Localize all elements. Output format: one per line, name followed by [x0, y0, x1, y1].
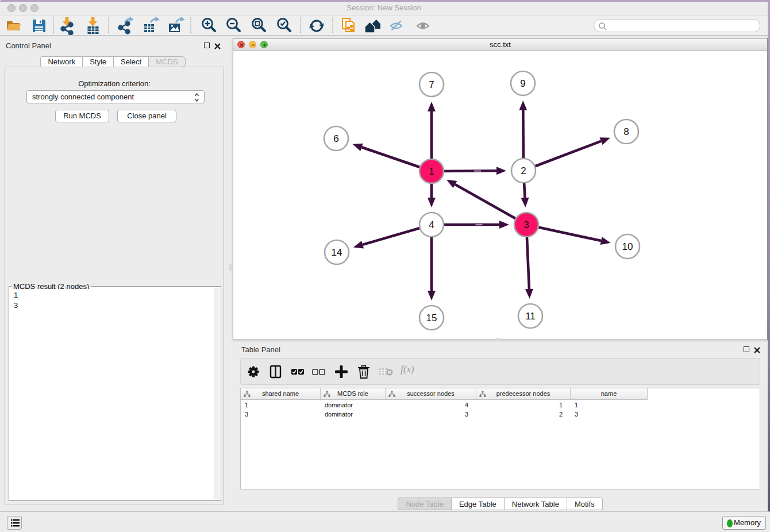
node-label-4: 4 — [429, 219, 434, 230]
network-window: scc.txt 7968124314101511 — [233, 38, 768, 340]
tab-node-table[interactable]: Node Table — [398, 498, 452, 510]
function-builder-icon[interactable]: f(x) — [401, 364, 414, 375]
hide-eye-icon[interactable] — [388, 17, 407, 35]
close-panel-icon[interactable] — [754, 346, 760, 353]
select-arrows-icon — [194, 92, 199, 102]
table-settings-icon[interactable] — [247, 365, 260, 380]
tab-mcds[interactable]: MCDS — [149, 56, 185, 67]
open-session-icon[interactable] — [5, 17, 23, 35]
tab-edge-table[interactable]: Edge Table — [452, 498, 505, 510]
save-session-icon[interactable] — [30, 17, 48, 35]
show-columns-icon[interactable] — [270, 365, 282, 380]
net-close-button[interactable] — [237, 41, 245, 48]
edge-arrow — [600, 137, 610, 145]
tab-style[interactable]: Style — [83, 56, 114, 67]
network-window-title: scc.txt — [233, 38, 767, 51]
task-history-button[interactable] — [7, 516, 22, 530]
window-close-button[interactable] — [7, 4, 16, 12]
export-network-icon[interactable] — [116, 17, 134, 35]
add-icon[interactable] — [334, 365, 348, 380]
edge-arrow — [521, 198, 529, 207]
close-panel-icon[interactable] — [214, 43, 221, 49]
cell[interactable]: 1 — [241, 400, 321, 410]
column-header-predecessor-nodes[interactable]: predecessor nodes — [476, 388, 571, 400]
zoom-selected-icon[interactable] — [275, 17, 294, 35]
cell[interactable]: 1 — [571, 400, 648, 410]
tab-network-table[interactable]: Network Table — [505, 498, 567, 510]
status-bar: Memory — [0, 511, 770, 532]
network-view[interactable]: 7968124314101511 — [233, 51, 767, 340]
column-type-icon — [388, 391, 395, 398]
toolbar-divider — [300, 17, 301, 33]
column-type-icon — [244, 391, 251, 398]
table-row-2[interactable]: 3dominator323 — [241, 410, 648, 419]
memory-button[interactable]: Memory — [722, 516, 766, 530]
cell[interactable]: 3 — [241, 410, 321, 419]
splitter-handle[interactable] — [496, 338, 502, 341]
edge-arrow — [352, 144, 363, 151]
cell[interactable]: 3 — [386, 410, 476, 419]
table-panel: Table Panel f(x) shared nameMCDS rolesuc… — [233, 342, 768, 511]
home-networks-icon[interactable] — [364, 17, 382, 35]
net-zoom-button[interactable] — [260, 41, 268, 48]
node-label-6: 6 — [333, 133, 338, 144]
window-zoom-button[interactable] — [30, 4, 38, 12]
cell[interactable]: 4 — [386, 400, 476, 410]
float-panel-icon[interactable] — [744, 346, 749, 352]
column-header-shared-name[interactable]: shared name — [241, 388, 321, 400]
show-eye-icon[interactable] — [415, 17, 433, 35]
result-scrollbar[interactable] — [214, 288, 220, 499]
column-header-name[interactable]: name — [571, 388, 648, 400]
float-panel-icon[interactable] — [204, 43, 210, 48]
tab-select[interactable]: Select — [114, 56, 149, 67]
optimization-select[interactable]: strongly connected component — [26, 90, 205, 103]
cell[interactable]: 2 — [476, 410, 571, 419]
close-panel-button[interactable]: Close panel — [117, 110, 176, 122]
select-all-icon[interactable] — [291, 368, 305, 377]
column-header-MCDS-role[interactable]: MCDS role — [321, 388, 386, 400]
cell[interactable]: 1 — [476, 400, 571, 410]
zoom-fit-icon[interactable] — [250, 17, 268, 35]
edge-arrow — [428, 198, 436, 207]
edge-arrow — [496, 167, 506, 175]
edge-arrow — [428, 291, 436, 300]
cell[interactable]: dominator — [321, 410, 386, 419]
toolbar-divider — [108, 17, 109, 33]
column-header-successor-nodes[interactable]: successor nodes — [386, 388, 476, 400]
node-label-11: 11 — [525, 311, 536, 322]
mcds-result-list[interactable]: 1 3 — [11, 289, 213, 499]
zoom-in-icon[interactable] — [200, 17, 218, 35]
zoom-out-icon[interactable] — [225, 17, 243, 35]
edge-arrow — [353, 241, 364, 248]
tab-motifs[interactable]: Motifs — [567, 498, 603, 510]
export-image-icon[interactable] — [167, 17, 185, 35]
window-minimize-button[interactable] — [19, 4, 27, 12]
edge-arrow — [499, 221, 509, 229]
control-panel-title: Control Panel — [6, 41, 51, 50]
search-input[interactable] — [594, 19, 760, 32]
splitter-handle[interactable] — [229, 264, 232, 271]
table-tabs: Node TableEdge TableNetwork TableMotifs — [233, 498, 768, 510]
network-window-titlebar[interactable]: scc.txt — [233, 38, 767, 51]
node-label-15: 15 — [426, 313, 437, 323]
run-mcds-button[interactable]: Run MCDS — [55, 110, 109, 122]
edge-label-mark — [474, 171, 481, 172]
net-minimize-button[interactable] — [249, 41, 256, 48]
node-label-10: 10 — [622, 241, 633, 252]
clone-network-icon[interactable] — [339, 17, 357, 35]
export-table-icon[interactable] — [141, 17, 160, 35]
refresh-icon[interactable] — [307, 17, 326, 35]
import-table-icon[interactable] — [84, 17, 102, 35]
cell[interactable]: dominator — [321, 400, 386, 410]
delete-icon[interactable] — [357, 365, 370, 380]
node-label-8: 8 — [623, 126, 629, 137]
import-network-icon[interactable] — [58, 17, 76, 35]
table-panel-title: Table Panel — [241, 345, 280, 354]
window-title: Session: New Session — [0, 2, 768, 14]
table-row-1[interactable]: 1dominator411 — [241, 400, 648, 410]
delete-column-icon[interactable] — [379, 367, 394, 378]
deselect-all-icon[interactable] — [312, 368, 326, 377]
tab-network[interactable]: Network — [40, 56, 83, 67]
cell[interactable]: 3 — [571, 410, 648, 419]
edge-label-mark — [476, 224, 483, 225]
